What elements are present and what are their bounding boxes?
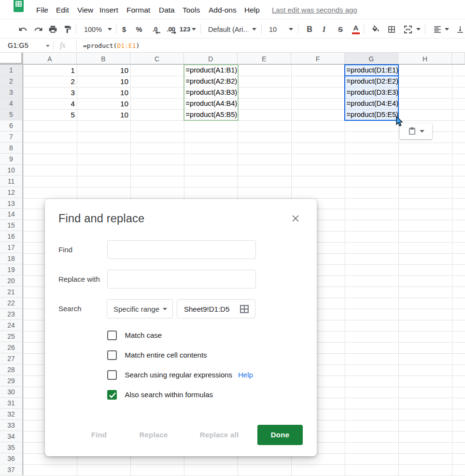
row-header-9[interactable]: 9 (0, 154, 23, 165)
strikethrough-button[interactable]: S (335, 20, 346, 39)
row-header-15[interactable]: 15 (0, 220, 23, 231)
find-input[interactable] (107, 240, 256, 259)
column-header-partial[interactable] (452, 53, 465, 65)
redo-button[interactable] (33, 20, 43, 39)
cell-A2[interactable]: 2 (23, 76, 77, 87)
row-header-18[interactable]: 18 (0, 253, 23, 264)
row-header-6[interactable]: 6 (0, 120, 23, 131)
search-scope-select[interactable]: Specific range (107, 299, 173, 318)
menu-view[interactable]: View (77, 0, 93, 19)
cell-D4[interactable]: =product(A4:B4) (184, 98, 238, 109)
match-case-checkbox[interactable] (107, 331, 117, 340)
borders-button[interactable] (386, 20, 397, 39)
cell-G2[interactable]: =product(D2:E2) (345, 76, 398, 87)
fill-color-button[interactable] (370, 20, 381, 39)
row-header-27[interactable]: 27 (0, 353, 23, 364)
cell-B4[interactable]: 10 (77, 98, 130, 109)
italic-button[interactable]: I (319, 20, 329, 39)
cell-A4[interactable]: 4 (23, 98, 77, 109)
zoom-select[interactable]: 100% (82, 20, 114, 39)
cell-G1[interactable]: =product(D1:E1) (345, 65, 398, 76)
paste-options-button[interactable] (400, 123, 432, 139)
row-header-21[interactable]: 21 (0, 287, 23, 298)
regex-checkbox[interactable] (107, 370, 117, 380)
row-header-8[interactable]: 8 (0, 143, 23, 154)
find-button[interactable]: Find (85, 425, 113, 445)
menu-format[interactable]: Format (127, 0, 150, 19)
column-header-D[interactable]: D (184, 53, 238, 65)
horizontal-align-button[interactable] (431, 20, 451, 39)
row-header-3[interactable]: 3 (0, 87, 23, 98)
select-all-corner[interactable] (0, 53, 23, 65)
row-header-33[interactable]: 33 (0, 420, 23, 431)
menu-edit[interactable]: Edit (56, 0, 69, 19)
select-range-grid-icon[interactable] (240, 305, 249, 313)
font-size-select[interactable]: 10 (267, 20, 296, 39)
vertical-align-button[interactable] (454, 20, 465, 39)
row-header-7[interactable]: 7 (0, 131, 23, 143)
column-header-B[interactable]: B (77, 53, 130, 65)
sheets-logo-icon[interactable] (14, 0, 24, 12)
cell-A1[interactable]: 1 (23, 65, 77, 76)
column-header-E[interactable]: E (238, 53, 291, 65)
name-box[interactable]: G1:G5 (0, 39, 53, 52)
menu-insert[interactable]: Insert (99, 0, 118, 19)
paint-format-button[interactable] (62, 20, 73, 39)
match-entire-cell-checkbox[interactable] (107, 350, 117, 360)
menu-add-ons[interactable]: Add-ons (209, 0, 237, 19)
row-header-4[interactable]: 4 (0, 98, 23, 109)
bold-button[interactable]: B (304, 20, 315, 39)
row-header-13[interactable]: 13 (0, 198, 23, 209)
row-header-29[interactable]: 29 (0, 375, 23, 387)
row-header-36[interactable]: 36 (0, 453, 23, 464)
search-formulas-checkbox[interactable] (107, 390, 117, 400)
row-header-34[interactable]: 34 (0, 431, 23, 442)
row-header-20[interactable]: 20 (0, 275, 23, 287)
row-header-23[interactable]: 23 (0, 309, 23, 320)
print-button[interactable] (47, 20, 58, 39)
cell-D2[interactable]: =product(A2:B2) (184, 76, 238, 87)
search-range-field[interactable]: Sheet9!D1:D5 (177, 299, 255, 318)
row-header-26[interactable]: 26 (0, 342, 23, 353)
row-header-16[interactable]: 16 (0, 231, 23, 242)
cell-D5[interactable]: =product(A5:B5) (184, 109, 238, 120)
column-header-H[interactable]: H (398, 53, 452, 65)
format-percent-button[interactable]: % (134, 20, 144, 39)
replace-with-input[interactable] (107, 270, 256, 288)
replace-button[interactable]: Replace (132, 425, 175, 445)
row-header-2[interactable]: 2 (0, 76, 23, 87)
increase-decimal-button[interactable]: .00 (164, 20, 178, 39)
row-header-31[interactable]: 31 (0, 398, 23, 409)
formula-input[interactable]: =product(D1:E1) (83, 39, 140, 52)
row-header-24[interactable]: 24 (0, 320, 23, 331)
cell-B3[interactable]: 10 (77, 87, 130, 98)
row-header-11[interactable]: 11 (0, 176, 23, 187)
cell-G4[interactable]: =product(D4:E4) (345, 98, 398, 109)
row-header-10[interactable]: 10 (0, 165, 23, 176)
replace-all-button[interactable]: Replace all (193, 425, 246, 445)
row-header-32[interactable]: 32 (0, 409, 23, 420)
merge-cells-button[interactable] (402, 20, 422, 39)
menu-data[interactable]: Data (159, 0, 175, 19)
row-header-35[interactable]: 35 (0, 442, 23, 453)
row-header-25[interactable]: 25 (0, 331, 23, 342)
row-header-28[interactable]: 28 (0, 364, 23, 375)
row-header-17[interactable]: 17 (0, 242, 23, 253)
menu-help[interactable]: Help (244, 0, 260, 19)
menu-tools[interactable]: Tools (183, 0, 200, 19)
decrease-decimal-button[interactable]: .0 (149, 20, 161, 39)
cell-A5[interactable]: 5 (23, 109, 77, 120)
cell-B2[interactable]: 10 (77, 76, 130, 87)
row-header-12[interactable]: 12 (0, 187, 23, 198)
cell-D3[interactable]: =product(A3:B3) (184, 87, 238, 98)
row-header-22[interactable]: 22 (0, 298, 23, 309)
format-currency-button[interactable]: $ (119, 20, 129, 39)
row-header-14[interactable]: 14 (0, 209, 23, 220)
column-header-G[interactable]: G (345, 53, 398, 65)
cell-B5[interactable]: 10 (77, 109, 130, 120)
name-box-caret-icon[interactable] (46, 45, 50, 47)
cell-A3[interactable]: 3 (23, 87, 77, 98)
row-header-1[interactable]: 1 (0, 65, 23, 76)
column-header-C[interactable]: C (130, 53, 184, 65)
more-formats-button[interactable]: 123 (179, 20, 197, 39)
